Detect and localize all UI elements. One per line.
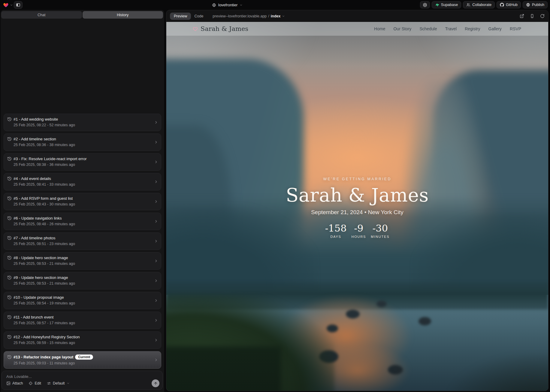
sidebar-toggle-button[interactable] [14, 1, 23, 9]
history-item-timestamp: 25 Feb 2025, 08:41 - 33 minutes ago [14, 182, 152, 187]
tab-preview[interactable]: Preview [170, 13, 191, 20]
preview-url-selector[interactable]: preview--lovefrontier.lovable.app / inde… [213, 14, 285, 18]
history-item-timestamp: 25 Feb 2025, 08:38 - 36 minutes ago [14, 163, 152, 167]
settings-button[interactable] [420, 1, 430, 8]
attach-button[interactable]: Attach [6, 381, 23, 385]
history-item[interactable]: #11 - Add brunch event 25 Feb 2025, 08:5… [4, 312, 161, 329]
image-attach-icon [6, 381, 11, 385]
history-icon [7, 196, 12, 201]
history-item[interactable]: #12 - Add Honeyfund Registry Section 25 … [4, 331, 161, 349]
refresh-icon[interactable] [540, 14, 545, 18]
supabase-label: Supabase [441, 3, 458, 7]
composer-placeholder[interactable]: Ask Lovable... [6, 374, 32, 379]
arrow-up-icon [154, 382, 158, 385]
site-nav-link[interactable]: Travel [445, 26, 457, 31]
site-logo[interactable]: Sarah & James [193, 25, 248, 32]
github-icon [500, 3, 504, 7]
chevron-down-icon [240, 4, 243, 7]
chevron-down-icon [282, 15, 285, 18]
history-item-title: #10 - Update proposal image [14, 295, 64, 300]
history-item-timestamp: 25 Feb 2025, 08:48 - 26 minutes ago [14, 222, 152, 226]
history-item[interactable]: #9 - Update hero section image 25 Feb 20… [4, 272, 161, 289]
globe-icon [212, 3, 216, 7]
site-nav-link[interactable]: Registry [465, 26, 480, 31]
history-item-title: #4 - Add event details [14, 176, 51, 181]
history-item-title: #5 - Add RSVP form and guest list [14, 196, 73, 201]
chat-composer[interactable]: Ask Lovable... Attach Edit Default [2, 371, 163, 390]
history-item-title: #3 - Fix: Resolve Lucide-react import er… [14, 157, 86, 161]
countdown-item: -158 DAYS [325, 223, 347, 238]
history-item-title: #8 - Update hero section image [14, 256, 68, 260]
history-item-title: #7 - Add timeline photos [14, 236, 55, 240]
collaborate-label: Collaborate [472, 3, 491, 7]
history-item-timestamp: 25 Feb 2025, 08:53 - 21 minutes ago [14, 262, 152, 266]
chevron-right-icon [154, 318, 158, 322]
tab-history[interactable]: History [83, 11, 163, 19]
edit-button[interactable]: Edit [29, 381, 41, 385]
chevron-right-icon [154, 140, 158, 144]
site-nav-link[interactable]: RSVP [510, 26, 521, 31]
site-nav-link[interactable]: Home [374, 26, 385, 31]
history-icon [7, 335, 12, 339]
chat-sidebar: Chat History #1 - Add wedding website 25… [1, 10, 164, 392]
lovable-menu[interactable] [3, 0, 13, 10]
composer-actions: Attach Edit Default [6, 379, 159, 387]
history-item-title: #1 - Add wedding website [14, 117, 58, 121]
history-item-timestamp: 25 Feb 2025, 08:43 - 30 minutes ago [14, 202, 152, 206]
history-item-title: #13 - Refactor index page layout [14, 355, 73, 359]
site-nav-link[interactable]: Gallery [488, 26, 502, 31]
chevron-right-icon [154, 180, 158, 184]
history-icon [7, 256, 12, 260]
history-item[interactable]: #5 - Add RSVP form and guest list 25 Feb… [4, 193, 161, 210]
history-item-timestamp: 25 Feb 2025, 08:54 - 19 minutes ago [14, 301, 152, 305]
history-item[interactable]: #7 - Add timeline photos 25 Feb 2025, 08… [4, 232, 161, 250]
site-header: Sarah & James HomeOur StoryScheduleTrave… [166, 22, 548, 36]
preview-panel: Preview Code preview--lovefrontier.lovab… [166, 10, 548, 391]
history-item[interactable]: #8 - Update hero section image 25 Feb 20… [4, 252, 161, 270]
chevron-right-icon [154, 259, 158, 263]
history-item-title: #2 - Add timeline section [14, 137, 56, 141]
collaborate-button[interactable]: Collaborate [463, 1, 495, 8]
history-item[interactable]: #6 - Update navigation links 25 Feb 2025… [4, 213, 161, 230]
chevron-right-icon [154, 298, 158, 303]
project-switcher[interactable]: lovefrontier [212, 0, 243, 10]
site-nav-link[interactable]: Schedule [419, 26, 437, 31]
hero-date-location: September 21, 2024 • New York City [166, 209, 548, 216]
github-label: GitHub [506, 3, 518, 7]
publish-button[interactable]: Publish [523, 1, 548, 8]
preview-url-host: preview--lovefrontier.lovable.app [213, 14, 267, 18]
history-item-timestamp: 25 Feb 2025, 08:59 - 15 minutes ago [14, 341, 152, 345]
github-button[interactable]: GitHub [497, 1, 521, 8]
hero-eyebrow: WE'RE GETTING MARRIED [166, 177, 548, 181]
site-nav-link[interactable]: Our Story [393, 26, 411, 31]
supabase-button[interactable]: Supabase [432, 1, 461, 8]
countdown-label: MINUTES [371, 235, 389, 238]
tab-code[interactable]: Code [191, 13, 207, 20]
sliders-icon [47, 381, 51, 385]
history-item[interactable]: #10 - Update proposal image 25 Feb 2025,… [4, 292, 161, 309]
heart-icon [193, 26, 198, 31]
history-item[interactable]: #4 - Add event details 25 Feb 2025, 08:4… [4, 173, 161, 190]
chevron-right-icon [154, 338, 158, 342]
history-icon [7, 315, 12, 319]
site-logo-text: Sarah & James [201, 25, 248, 32]
project-name: lovefrontier [218, 3, 237, 7]
history-item[interactable]: #1 - Add wedding website 25 Feb 2025, 08… [4, 114, 161, 131]
tab-chat[interactable]: Chat [1, 11, 82, 19]
site-nav: HomeOur StoryScheduleTravelRegistryGalle… [374, 26, 521, 31]
users-icon [466, 3, 470, 7]
chevron-right-icon [154, 219, 158, 223]
history-icon [7, 157, 12, 161]
mode-select[interactable]: Default [47, 381, 70, 385]
history-item[interactable]: #3 - Fix: Resolve Lucide-react import er… [4, 153, 161, 171]
history-item[interactable]: #2 - Add timeline section 25 Feb 2025, 0… [4, 133, 161, 151]
mode-label: Default [53, 381, 65, 385]
open-external-icon[interactable] [520, 14, 524, 18]
chevron-right-icon [154, 358, 158, 362]
mobile-view-icon[interactable] [530, 14, 534, 18]
history-item-title: #11 - Add brunch event [14, 315, 53, 319]
history-item[interactable]: #13 - Refactor index page layout Current… [4, 351, 161, 369]
current-badge: Current [75, 355, 93, 360]
send-button[interactable] [152, 379, 159, 387]
history-icon [7, 236, 12, 240]
